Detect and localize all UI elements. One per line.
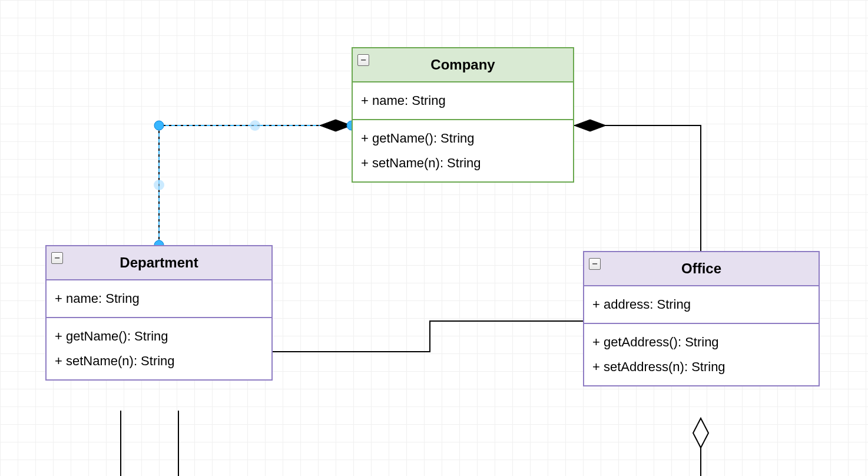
method-row[interactable]: + getName(): String [361,126,565,151]
class-department[interactable]: − Department + name: String + getName():… [45,245,273,381]
method-row[interactable]: + getName(): String [55,324,263,349]
class-department-attributes[interactable]: + name: String [47,280,271,318]
class-office-title[interactable]: − Office [584,252,819,286]
class-company-title[interactable]: − Company [353,48,573,82]
edge-department-office[interactable] [273,321,583,352]
method-row[interactable]: + setName(n): String [55,349,263,373]
class-department-methods[interactable]: + getName(): String + setName(n): String [47,318,271,379]
class-office-methods[interactable]: + getAddress(): String + setAddress(n): … [584,324,819,385]
edge-company-department[interactable] [159,125,352,245]
class-company[interactable]: − Company + name: String + getName(): St… [352,47,574,183]
class-office[interactable]: − Office + address: String + getAddress(… [583,251,820,386]
edge-midpoint-handle[interactable] [154,180,164,190]
diagram-canvas[interactable]: − Company + name: String + getName(): St… [0,0,868,476]
edge-company-office[interactable] [574,125,701,251]
attribute-row[interactable]: + address: String [592,292,810,317]
collapse-icon[interactable]: − [589,258,601,270]
class-name-label: Company [430,57,495,72]
edge-waypoint-handle[interactable] [154,121,164,130]
attribute-row[interactable]: + name: String [361,88,565,113]
method-row[interactable]: + setAddress(n): String [592,355,810,379]
aggregation-diamond-office [693,418,708,448]
collapse-icon[interactable]: − [357,54,369,66]
method-row[interactable]: + getAddress(): String [592,330,810,355]
class-department-title[interactable]: − Department [47,246,271,280]
edge-midpoint-handle[interactable] [250,120,260,131]
class-office-attributes[interactable]: + address: String [584,286,819,324]
collapse-icon[interactable]: − [51,252,63,264]
attribute-row[interactable]: + name: String [55,286,263,311]
class-company-attributes[interactable]: + name: String [353,82,573,120]
class-name-label: Department [120,254,198,270]
method-row[interactable]: + setName(n): String [361,151,565,176]
edge-company-department-selection [159,125,352,245]
class-company-methods[interactable]: + getName(): String + setName(n): String [353,120,573,181]
class-name-label: Office [681,260,721,276]
